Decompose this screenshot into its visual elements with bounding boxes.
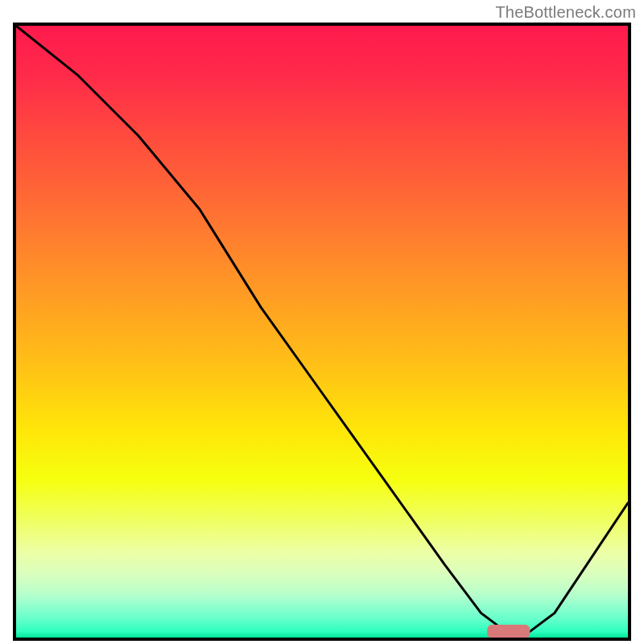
optimum-marker: [487, 625, 530, 638]
curve-layer: [16, 26, 628, 638]
chart-container: TheBottleneck.com: [0, 0, 644, 644]
plot-area: [13, 23, 631, 641]
watermark-text: TheBottleneck.com: [495, 3, 636, 22]
bottleneck-curve: [16, 26, 628, 631]
